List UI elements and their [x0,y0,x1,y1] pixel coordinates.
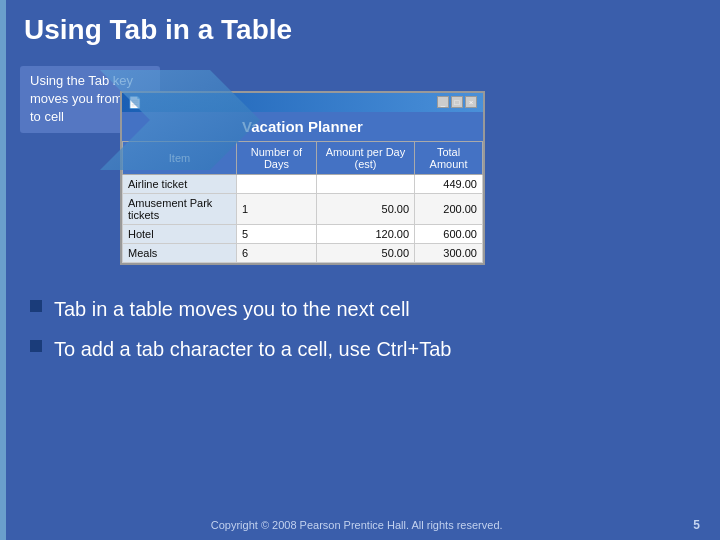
vacation-planner-window: 📄 _ □ × Vacation Planner Item Number of … [120,91,485,265]
title-bar: Using Tab in a Table [0,0,720,56]
col-header-amount: Amount per Day (est) [316,141,414,174]
cell-total-1: 200.00 [415,193,483,224]
cell-amount-1: 50.00 [316,193,414,224]
cell-item-3: Meals [123,243,237,262]
vacation-planner-header: Vacation Planner [122,112,483,141]
col-header-total: Total Amount [415,141,483,174]
window-titlebar: 📄 _ □ × [122,93,483,112]
left-panel: Using the Tab key moves you from cell to… [20,66,485,265]
cell-total-3: 300.00 [415,243,483,262]
bullet-item-1: To add a tab character to a cell, use Ct… [30,335,690,363]
slide-title: Using Tab in a Table [24,14,700,46]
vacation-planner-title: Vacation Planner [242,118,363,135]
col-header-days: Number of Days [236,141,316,174]
window-title-text: 📄 [128,96,142,109]
cell-amount-3: 50.00 [316,243,414,262]
col-header-item: Item [123,141,237,174]
cell-days-3: 6 [236,243,316,262]
cell-total-0: 449.00 [415,174,483,193]
minimize-button[interactable]: _ [437,96,449,108]
bullet-text-0: Tab in a table moves you to the next cel… [54,295,410,323]
cell-item-0: Airline ticket [123,174,237,193]
cell-item-2: Hotel [123,224,237,243]
page-number: 5 [693,518,700,532]
cell-days-0 [236,174,316,193]
window-controls: _ □ × [437,96,477,108]
table-row: Meals 6 50.00 300.00 [123,243,483,262]
bullet-item-0: Tab in a table moves you to the next cel… [30,295,690,323]
bullet-square-0 [30,300,42,312]
content-area: Using the Tab key moves you from cell to… [0,56,720,275]
cell-days-1: 1 [236,193,316,224]
maximize-button[interactable]: □ [451,96,463,108]
table-row: Airline ticket 449.00 [123,174,483,193]
copyright-text: Copyright © 2008 Pearson Prentice Hall. … [20,519,693,531]
left-accent-bar [0,0,6,540]
footer: Copyright © 2008 Pearson Prentice Hall. … [0,518,720,532]
cell-item-1: Amusement Park tickets [123,193,237,224]
bullet-text-1: To add a tab character to a cell, use Ct… [54,335,451,363]
bullets-section: Tab in a table moves you to the next cel… [0,275,720,385]
cell-days-2: 5 [236,224,316,243]
table-row: Amusement Park tickets 1 50.00 200.00 [123,193,483,224]
bullet-square-1 [30,340,42,352]
cell-total-2: 600.00 [415,224,483,243]
cell-amount-2: 120.00 [316,224,414,243]
cell-amount-0 [316,174,414,193]
vacation-planner-table: Item Number of Days Amount per Day (est)… [122,141,483,263]
close-button[interactable]: × [465,96,477,108]
table-header-row: Item Number of Days Amount per Day (est)… [123,141,483,174]
table-row: Hotel 5 120.00 600.00 [123,224,483,243]
